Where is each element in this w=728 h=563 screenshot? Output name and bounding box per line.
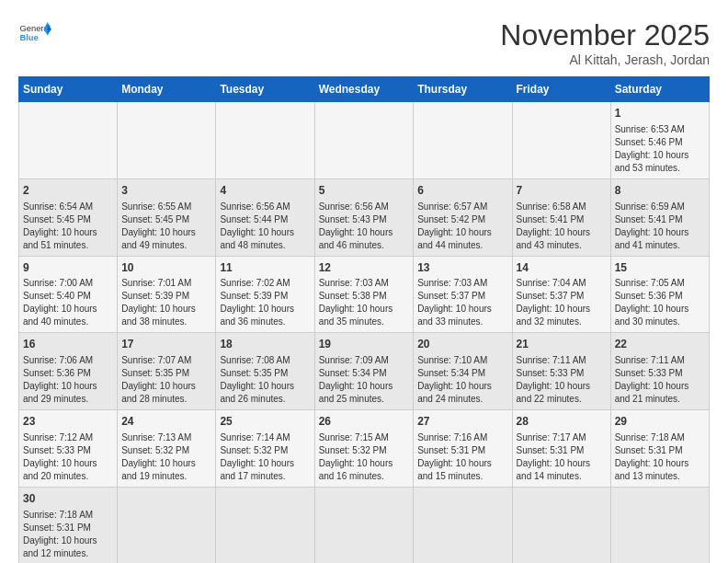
day-number: 30	[23, 491, 113, 507]
day-number: 3	[121, 183, 211, 199]
day-number: 9	[23, 260, 113, 276]
calendar-cell: 9Sunrise: 7:00 AM Sunset: 5:40 PM Daylig…	[19, 256, 118, 333]
day-info: Sunrise: 7:01 AM Sunset: 5:39 PM Dayligh…	[121, 277, 211, 328]
day-number: 6	[417, 183, 507, 199]
calendar-header-wednesday: Wednesday	[314, 77, 414, 102]
day-info: Sunrise: 7:17 AM Sunset: 5:31 PM Dayligh…	[517, 431, 607, 483]
day-number: 24	[121, 414, 211, 430]
day-number: 25	[220, 414, 310, 430]
calendar-cell: 7Sunrise: 6:58 AM Sunset: 5:41 PM Daylig…	[512, 178, 610, 256]
day-number: 8	[615, 183, 705, 199]
calendar-cell: 12Sunrise: 7:03 AM Sunset: 5:38 PM Dayli…	[314, 256, 414, 333]
day-info: Sunrise: 6:58 AM Sunset: 5:41 PM Dayligh…	[517, 201, 607, 252]
calendar-cell: 30Sunrise: 7:18 AM Sunset: 5:31 PM Dayli…	[19, 487, 118, 563]
day-number: 11	[220, 260, 310, 276]
day-number: 21	[517, 337, 607, 352]
day-number: 28	[517, 414, 607, 430]
calendar-cell: 5Sunrise: 6:56 AM Sunset: 5:43 PM Daylig…	[314, 178, 414, 256]
calendar-cell: 17Sunrise: 7:07 AM Sunset: 5:35 PM Dayli…	[118, 333, 216, 410]
day-number: 2	[23, 183, 113, 199]
day-info: Sunrise: 7:11 AM Sunset: 5:33 PM Dayligh…	[615, 354, 705, 406]
day-number: 12	[319, 260, 410, 276]
day-info: Sunrise: 6:56 AM Sunset: 5:44 PM Dayligh…	[220, 201, 310, 252]
day-number: 20	[417, 337, 507, 352]
calendar-cell: 1Sunrise: 6:53 AM Sunset: 5:46 PM Daylig…	[610, 102, 709, 179]
page-header: General Blue November 2025 Al Kittah, Je…	[18, 18, 710, 67]
calendar-cell: 22Sunrise: 7:11 AM Sunset: 5:33 PM Dayli…	[610, 333, 709, 410]
calendar-week-row: 16Sunrise: 7:06 AM Sunset: 5:36 PM Dayli…	[19, 333, 710, 410]
day-info: Sunrise: 7:13 AM Sunset: 5:32 PM Dayligh…	[121, 431, 211, 483]
day-number: 26	[319, 414, 410, 430]
day-number: 4	[220, 183, 310, 199]
calendar-header-friday: Friday	[512, 77, 610, 102]
logo-icon: General Blue	[18, 18, 51, 46]
calendar-cell: 28Sunrise: 7:17 AM Sunset: 5:31 PM Dayli…	[512, 410, 610, 488]
day-number: 5	[319, 183, 410, 199]
calendar-header-tuesday: Tuesday	[216, 77, 314, 102]
logo: General Blue	[18, 18, 51, 46]
calendar-cell	[512, 487, 610, 563]
calendar-cell: 24Sunrise: 7:13 AM Sunset: 5:32 PM Dayli…	[118, 410, 216, 488]
calendar-header-saturday: Saturday	[610, 77, 709, 102]
calendar-cell	[414, 102, 512, 179]
calendar-cell: 13Sunrise: 7:03 AM Sunset: 5:37 PM Dayli…	[414, 256, 512, 333]
day-number: 23	[23, 414, 113, 430]
day-info: Sunrise: 7:16 AM Sunset: 5:31 PM Dayligh…	[417, 431, 507, 483]
calendar-cell	[512, 102, 610, 179]
title-block: November 2025 Al Kittah, Jerash, Jordan	[500, 18, 710, 67]
calendar-cell: 14Sunrise: 7:04 AM Sunset: 5:37 PM Dayli…	[512, 256, 610, 333]
day-number: 14	[517, 260, 607, 276]
calendar-header-monday: Monday	[118, 77, 216, 102]
calendar-table: SundayMondayTuesdayWednesdayThursdayFrid…	[18, 76, 710, 563]
day-info: Sunrise: 7:14 AM Sunset: 5:32 PM Dayligh…	[220, 431, 310, 483]
day-info: Sunrise: 7:18 AM Sunset: 5:31 PM Dayligh…	[23, 509, 113, 560]
svg-text:Blue: Blue	[19, 33, 38, 42]
calendar-cell: 6Sunrise: 6:57 AM Sunset: 5:42 PM Daylig…	[414, 178, 512, 256]
calendar-cell	[216, 102, 314, 179]
calendar-cell	[314, 102, 414, 179]
day-number: 7	[517, 183, 607, 199]
day-number: 1	[615, 106, 705, 121]
calendar-cell: 21Sunrise: 7:11 AM Sunset: 5:33 PM Dayli…	[512, 333, 610, 410]
calendar-cell: 19Sunrise: 7:09 AM Sunset: 5:34 PM Dayli…	[314, 333, 414, 410]
calendar-cell	[118, 102, 216, 179]
calendar-week-row: 1Sunrise: 6:53 AM Sunset: 5:46 PM Daylig…	[19, 102, 710, 179]
day-info: Sunrise: 7:02 AM Sunset: 5:39 PM Dayligh…	[220, 277, 310, 328]
calendar-cell	[314, 487, 414, 563]
calendar-week-row: 9Sunrise: 7:00 AM Sunset: 5:40 PM Daylig…	[19, 256, 710, 333]
day-info: Sunrise: 6:53 AM Sunset: 5:46 PM Dayligh…	[615, 123, 705, 175]
day-info: Sunrise: 7:05 AM Sunset: 5:36 PM Dayligh…	[615, 277, 705, 328]
day-info: Sunrise: 7:12 AM Sunset: 5:33 PM Dayligh…	[23, 431, 113, 483]
day-number: 29	[615, 414, 705, 430]
calendar-cell: 8Sunrise: 6:59 AM Sunset: 5:41 PM Daylig…	[610, 178, 709, 256]
day-info: Sunrise: 7:09 AM Sunset: 5:34 PM Dayligh…	[319, 354, 410, 406]
calendar-cell: 20Sunrise: 7:10 AM Sunset: 5:34 PM Dayli…	[414, 333, 512, 410]
day-info: Sunrise: 7:04 AM Sunset: 5:37 PM Dayligh…	[517, 277, 607, 328]
calendar-header-sunday: Sunday	[19, 77, 118, 102]
calendar-header-thursday: Thursday	[414, 77, 512, 102]
day-info: Sunrise: 7:11 AM Sunset: 5:33 PM Dayligh…	[517, 354, 607, 406]
day-info: Sunrise: 7:03 AM Sunset: 5:38 PM Dayligh…	[319, 277, 410, 328]
calendar-cell: 3Sunrise: 6:55 AM Sunset: 5:45 PM Daylig…	[118, 178, 216, 256]
day-info: Sunrise: 6:57 AM Sunset: 5:42 PM Dayligh…	[417, 201, 507, 252]
calendar-cell: 29Sunrise: 7:18 AM Sunset: 5:31 PM Dayli…	[610, 410, 709, 488]
calendar-cell	[610, 487, 709, 563]
day-info: Sunrise: 7:07 AM Sunset: 5:35 PM Dayligh…	[121, 354, 211, 406]
day-number: 17	[121, 337, 211, 352]
day-info: Sunrise: 6:55 AM Sunset: 5:45 PM Dayligh…	[121, 201, 211, 252]
day-number: 27	[417, 414, 507, 430]
calendar-cell: 2Sunrise: 6:54 AM Sunset: 5:45 PM Daylig…	[19, 178, 118, 256]
calendar-cell: 25Sunrise: 7:14 AM Sunset: 5:32 PM Dayli…	[216, 410, 314, 488]
day-info: Sunrise: 6:56 AM Sunset: 5:43 PM Dayligh…	[319, 201, 410, 252]
day-info: Sunrise: 7:03 AM Sunset: 5:37 PM Dayligh…	[417, 277, 507, 328]
calendar-cell	[414, 487, 512, 563]
day-info: Sunrise: 7:08 AM Sunset: 5:35 PM Dayligh…	[220, 354, 310, 406]
day-number: 13	[417, 260, 507, 276]
day-info: Sunrise: 7:00 AM Sunset: 5:40 PM Dayligh…	[23, 277, 113, 328]
day-number: 16	[23, 337, 113, 352]
day-info: Sunrise: 7:18 AM Sunset: 5:31 PM Dayligh…	[615, 431, 705, 483]
day-info: Sunrise: 6:59 AM Sunset: 5:41 PM Dayligh…	[615, 201, 705, 252]
calendar-week-row: 30Sunrise: 7:18 AM Sunset: 5:31 PM Dayli…	[19, 487, 710, 563]
calendar-week-row: 23Sunrise: 7:12 AM Sunset: 5:33 PM Dayli…	[19, 410, 710, 488]
calendar-cell: 15Sunrise: 7:05 AM Sunset: 5:36 PM Dayli…	[610, 256, 709, 333]
